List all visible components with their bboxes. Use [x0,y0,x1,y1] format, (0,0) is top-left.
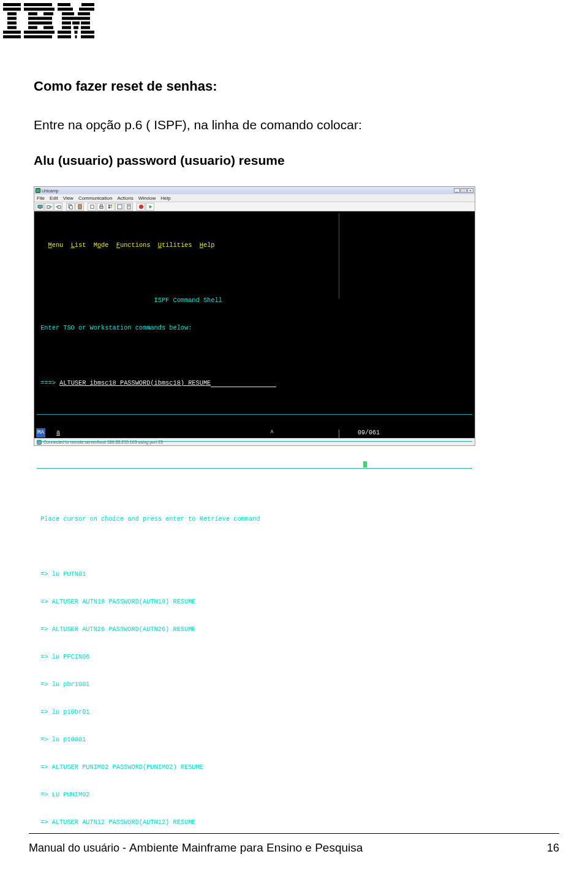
history-line[interactable]: => ALTUSER AUTN12 PASSWORD(AUTN12) RESUM… [34,818,475,827]
history-line[interactable]: => lu p10br01 [34,708,475,717]
send-icon[interactable] [45,203,53,211]
copy-icon[interactable] [66,203,75,211]
svg-rect-17 [24,36,52,39]
command-input-line[interactable]: ===> ALTUSER ibmsc18 PASSWORD(ibmsc18) R… [34,379,475,388]
menu-communication[interactable]: Communication [78,195,113,201]
window-menubar: File Edit View Communication Actions Win… [34,194,475,202]
svg-rect-16 [24,31,55,34]
svg-rect-21 [79,8,94,11]
menu-view[interactable]: View [63,195,74,201]
prompt-line: Enter TSO or Workstation commands below: [34,323,475,333]
menu-file[interactable]: File [37,195,45,201]
host-icon[interactable] [36,203,44,211]
svg-rect-26 [72,21,80,25]
retrieve-hint: Place cursor on choice and press enter t… [34,515,475,524]
svg-rect-32 [75,31,78,34]
svg-rect-4 [7,21,17,25]
svg-rect-52 [117,204,121,208]
svg-rect-50 [108,206,110,208]
menu-help[interactable]: Help [160,195,170,201]
minimize-button[interactable]: _ [454,188,460,193]
window-buttons: _ □ × [454,188,473,193]
status-a: a [56,428,60,437]
svg-rect-49 [110,204,112,206]
svg-rect-9 [24,8,55,11]
blank-line [34,487,475,496]
svg-rect-1 [3,8,21,11]
svg-rect-19 [81,3,94,6]
stop-icon[interactable] [137,203,145,211]
svg-rect-38 [39,208,41,209]
svg-rect-8 [24,3,52,6]
page-footer: Manual do usuário - Ambiente Mainframe p… [29,833,559,855]
svg-rect-14 [28,26,37,29]
shape-icon[interactable] [115,203,124,211]
footer-divider [29,833,559,834]
history-line[interactable]: => ALTUSER AUTN18 PASSWORD(AUTN18) RESUM… [34,597,475,607]
print-icon[interactable] [97,203,105,211]
status-badge: MA [36,428,45,437]
paste-icon[interactable] [75,203,84,211]
svg-rect-23 [78,12,90,15]
history-line[interactable]: => ALTUSER PUNIM02 PASSWORD(PUNIM02) RES… [34,763,475,772]
svg-marker-57 [149,205,152,208]
svg-rect-39 [47,205,50,208]
svg-rect-47 [100,204,102,206]
svg-rect-25 [62,21,71,25]
recv-icon[interactable] [54,203,62,211]
svg-rect-34 [58,36,71,39]
history-line[interactable]: => lu pbr1001 [34,680,475,689]
cursor-icon [363,461,367,467]
status-caret-icon: ^ [270,428,274,437]
input-continuation[interactable] [37,433,472,442]
svg-rect-36 [81,36,94,39]
history-line[interactable]: => LU PUNIM02 [34,790,475,799]
terminal-screen[interactable]: Menu List Mode Functions Utilities Help … [34,211,475,438]
svg-rect-7 [3,36,21,39]
menu-edit[interactable]: Edit [50,195,58,201]
svg-rect-0 [3,3,21,6]
menu-actions[interactable]: Actions [117,195,133,201]
svg-rect-6 [3,31,21,34]
svg-rect-48 [108,204,110,206]
svg-rect-22 [62,12,74,15]
window-toolbar [34,202,475,211]
history-line[interactable]: => lu PFCIN06 [34,652,475,662]
svg-rect-42 [69,205,72,208]
svg-rect-43 [78,204,81,208]
doc-icon[interactable] [124,203,133,211]
cursor-position: 09/061 [358,428,380,437]
clip-icon[interactable] [88,203,96,211]
input-continuation[interactable] [37,406,472,415]
svg-rect-46 [99,206,102,208]
history-line[interactable]: => ALTUSER AUTN26 PASSWORD(AUTN26) RESUM… [34,625,475,634]
column-divider [339,429,339,438]
svg-rect-10 [28,12,37,15]
ispf-menu-row[interactable]: Menu List Mode Functions Utilities Help [34,241,475,250]
svg-rect-44 [78,204,81,205]
close-button[interactable]: × [467,188,473,193]
maximize-button[interactable]: □ [461,188,467,193]
color-icon[interactable] [106,203,115,211]
input-continuation[interactable] [37,460,472,469]
command-example: Alu (usuario) password (usuario) resume [34,153,524,168]
history-line[interactable]: => lu PUTN01 [34,570,475,579]
window-title: Unicamp [42,189,59,193]
svg-rect-40 [58,205,61,208]
svg-rect-51 [110,206,112,208]
svg-rect-27 [81,21,90,25]
blank-line [34,351,475,360]
play-icon[interactable] [146,203,154,211]
svg-rect-13 [28,21,52,25]
menu-window[interactable]: Window [138,195,156,201]
svg-rect-24 [62,17,90,20]
history-line[interactable]: => lu p10001 [34,735,475,744]
document-body: Como fazer reset de senhas: Entre na opç… [34,78,524,446]
svg-rect-18 [58,3,70,6]
terminal-window: Unicamp _ □ × File Edit View Communicati… [34,186,475,446]
svg-rect-11 [43,12,53,15]
svg-rect-29 [74,26,78,29]
svg-rect-2 [7,12,17,15]
section-heading: Como fazer reset de senhas: [34,78,524,94]
svg-rect-12 [28,17,52,20]
